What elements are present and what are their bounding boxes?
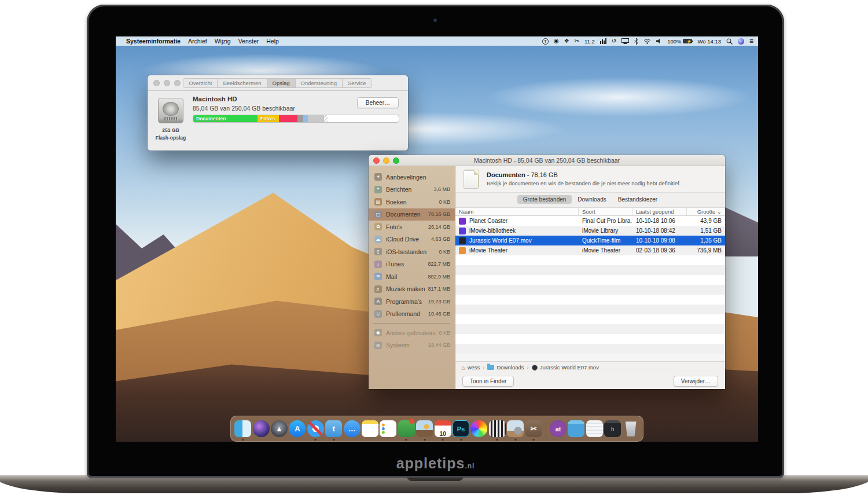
sidebar-item-systeem[interactable]: ◎Systeem18,44 GB	[369, 339, 455, 352]
dock-app-store-icon[interactable]: A	[289, 417, 306, 441]
dock-final-cut-pro-icon[interactable]	[489, 417, 506, 441]
time-machine-icon[interactable]: ↺	[612, 38, 616, 44]
airplay-icon[interactable]	[621, 38, 629, 44]
sidebar-item-icloud-drive[interactable]: ☁iCloud Drive4,63 GB	[369, 233, 455, 246]
dock-evernote-icon[interactable]	[398, 417, 415, 441]
notification-center-icon[interactable]: ≡	[749, 38, 753, 45]
segment-downloads[interactable]: Downloads	[572, 195, 612, 204]
disk-platter	[163, 102, 179, 116]
tab-service[interactable]: Service	[342, 78, 372, 88]
dock-color-wheel-app-icon[interactable]	[470, 417, 487, 441]
sidebar-item-programma-s[interactable]: AProgramma's19,73 GB	[369, 295, 455, 308]
cpu-chart-icon[interactable]	[600, 38, 606, 44]
menu-app-name[interactable]: Systeeminformatie	[126, 38, 181, 45]
sidebar-item-itunes[interactable]: ♪iTunes822,7 MB	[369, 258, 455, 271]
column-grootte[interactable]: Grootte ⌄	[687, 208, 725, 215]
sidebar-item-mail[interactable]: ✉Mail802,9 MB	[369, 270, 455, 283]
dock-photoshop-icon[interactable]: Ps	[453, 417, 469, 441]
storage-segment-fotos[interactable]: Foto's	[258, 115, 279, 122]
tab-opslag[interactable]: Opslag	[267, 78, 296, 88]
creative-cloud-icon[interactable]: ◉	[554, 38, 559, 44]
storage-segment[interactable]	[324, 115, 328, 122]
storage-segment[interactable]	[303, 115, 308, 122]
system-info-window: OverzichtBeeldschermenOpslagOndersteunin…	[148, 75, 408, 151]
category-name: Documenten	[487, 171, 525, 178]
istat-menu-icon[interactable]: T	[542, 38, 549, 45]
segment-label: Foto's	[258, 116, 275, 122]
dock-minimized-window-icon[interactable]: h	[604, 417, 621, 441]
storage-segment-documenten[interactable]: Documenten	[193, 115, 258, 122]
dock-documents-stack-icon[interactable]	[586, 417, 603, 441]
wifi-icon[interactable]	[643, 38, 651, 44]
manage-button[interactable]: Beheer…	[357, 97, 399, 108]
path-crumb-wess[interactable]: ⌂wess	[461, 364, 480, 371]
spotlight-search-icon[interactable]	[726, 38, 733, 45]
dock-siri-icon[interactable]	[252, 417, 269, 441]
sidebar-item-foto-s[interactable]: ✿Foto's26,14 GB	[369, 221, 455, 233]
dock-finder-icon[interactable]	[234, 417, 251, 441]
column-soort[interactable]: Soort	[579, 208, 632, 215]
istat-value[interactable]: 11.2	[584, 38, 595, 45]
siri-icon[interactable]	[738, 38, 744, 45]
dock-downloads-folder-icon[interactable]	[568, 417, 584, 441]
tab-beeldschermen[interactable]: Beeldschermen	[217, 78, 267, 88]
dock-launchpad-icon[interactable]: ▲	[271, 417, 288, 441]
dock-image-viewer-icon[interactable]	[507, 417, 524, 441]
dock-reminders-icon[interactable]	[380, 417, 396, 441]
battery-status[interactable]: 100%⚡	[667, 38, 692, 45]
empty-table-row	[455, 344, 725, 354]
category-title: Documenten - 78,16 GB	[487, 171, 681, 178]
storage-segment[interactable]	[279, 115, 297, 122]
volume-icon[interactable]	[656, 38, 662, 44]
column-naam[interactable]: Naam	[455, 208, 579, 215]
delete-button[interactable]: Verwijder…	[674, 376, 718, 387]
macos-screen: Systeeminformatie Archief Wijzig Venster…	[116, 36, 758, 442]
path-crumb-downloads[interactable]: Downloads	[487, 364, 524, 371]
menu-clock[interactable]: Wo 14:13	[697, 38, 721, 45]
dock-utility-tool-icon[interactable]: ✂	[525, 417, 542, 441]
dock-messages-icon[interactable]: …	[343, 417, 360, 441]
dock-trash-icon[interactable]	[622, 417, 639, 441]
sidebar-item-prullenmand[interactable]: ▽Prullenmand10,46 GB	[369, 308, 455, 321]
tab-ondersteuning[interactable]: Ondersteuning	[295, 78, 343, 88]
table-row-imovie-bibliotheek[interactable]: iMovie-bibliotheekiMovie Library10-10-18…	[455, 226, 725, 236]
sidebar-item-berichten[interactable]: ❝Berichten3,6 MB	[369, 184, 455, 196]
column-laatst-geopend[interactable]: Laatst geopend	[632, 208, 687, 215]
sidebar-item-boeken[interactable]: ▤Boeken0 KB	[369, 196, 455, 208]
storage-segment[interactable]	[308, 115, 324, 122]
dock-twitter-icon[interactable]: t	[325, 417, 342, 441]
menu-archief[interactable]: Archief	[188, 38, 207, 45]
path-separator: ›	[527, 364, 528, 371]
storage-segment[interactable]	[297, 115, 304, 122]
window-titlebar[interactable]: Macintosh HD - 85,04 GB van 250,04 GB be…	[369, 155, 725, 166]
dock-appletips-icon[interactable]: at	[550, 417, 567, 441]
sidebar-item-documenten[interactable]: ▢Documenten78,16 GB	[369, 208, 455, 221]
sidebar-item-ios-bestanden[interactable]: ▯iOS-bestanden0 KB	[369, 245, 455, 258]
dock-calendar-icon[interactable]: 10	[434, 417, 451, 441]
sidebar-item-muziek-maken[interactable]: ♬Muziek maken817,1 MB	[369, 283, 455, 296]
dock-safari-icon[interactable]	[307, 417, 324, 441]
charging-bolt-icon: ⚡	[686, 39, 692, 44]
dock-photos-icon[interactable]	[416, 417, 433, 441]
file-name: iMovie Theater	[469, 247, 507, 254]
storage-window-titlebar[interactable]: OverzichtBeeldschermenOpslagOndersteunin…	[148, 75, 408, 91]
dropbox-icon[interactable]: ❖	[564, 38, 569, 44]
segment-grote-bestanden[interactable]: Grote bestanden	[517, 195, 572, 204]
segment-bestandskiezer[interactable]: Bestandskiezer	[612, 195, 663, 204]
menu-help[interactable]: Help	[266, 38, 279, 45]
show-in-finder-button[interactable]: Toon in Finder	[462, 376, 514, 387]
sidebar: ✶Aanbevelingen❝Berichten3,6 MB▤Boeken0 K…	[369, 166, 455, 389]
tab-overzicht[interactable]: Overzicht	[183, 78, 218, 88]
dock-notes-icon[interactable]	[362, 417, 378, 441]
scissors-icon[interactable]: ✂	[575, 38, 579, 44]
sidebar-item-aanbevelingen[interactable]: ✶Aanbevelingen	[369, 171, 455, 184]
table-row-planet-coaster[interactable]: Planet CoasterFinal Cut Pro Libra...10-1…	[455, 216, 725, 226]
path-crumb-jurassic-world-e07-mov[interactable]: Jurassic World E07.mov	[532, 364, 599, 371]
table-row-jurassic-world-e07-mov[interactable]: Jurassic World E07.movQuickTime-film10-1…	[455, 236, 725, 245]
sidebar-item-andere-gebruikers[interactable]: ◉Andere gebruikers0 KB	[369, 327, 455, 339]
table-row-imovie-theater[interactable]: iMovie TheateriMovie Theater02-03-18 09:…	[455, 245, 725, 255]
sidebar-item-size: 26,14 GB	[428, 224, 450, 230]
menu-wijzig[interactable]: Wijzig	[215, 38, 231, 45]
bluetooth-icon[interactable]	[634, 38, 638, 45]
menu-venster[interactable]: Venster	[238, 38, 259, 45]
